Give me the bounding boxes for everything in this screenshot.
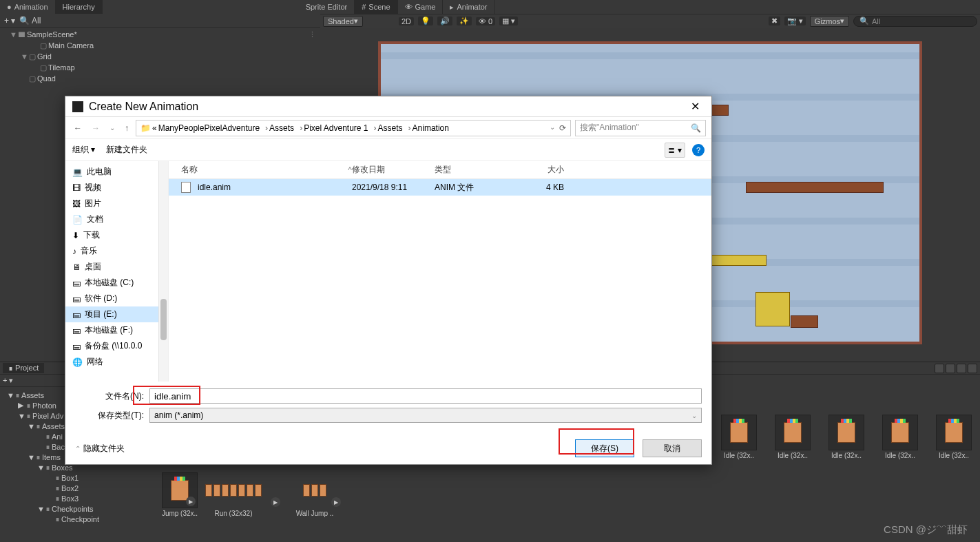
asset-slider-icon[interactable]	[968, 364, 977, 373]
breadcrumb-dropdown-icon[interactable]: ⌄	[550, 123, 555, 133]
file-row[interactable]: idle.anim 2021/9/18 9:11 ANIM 文件 4 KB	[169, 179, 711, 196]
nav-forward-icon[interactable]: →	[89, 122, 103, 134]
asset-item[interactable]: Idle (32x..	[826, 415, 866, 459]
file-list: 名称^ 修改日期 类型 大小 idle.anim 2021/9/18 9:11 …	[169, 161, 711, 382]
tab-sprite-editor[interactable]: Sprite Editor	[299, 0, 355, 14]
new-folder-button[interactable]: 新建文件夹	[106, 144, 147, 156]
asset-item-run[interactable]: ▶ Run (32x32)	[213, 472, 253, 517]
breadcrumb-item[interactable]: Assets	[269, 123, 302, 133]
hierarchy-item[interactable]: ▼▢ Grid	[0, 51, 320, 62]
grid-icon[interactable]: ▦ ▾	[499, 17, 518, 25]
nav-back-icon[interactable]: ←	[71, 122, 85, 134]
breadcrumb-item[interactable]: Pixel Adventure 1	[304, 123, 376, 133]
tab-animation[interactable]: ● Animation	[0, 0, 56, 14]
hierarchy-item[interactable]: ▢ Quad	[0, 73, 320, 84]
hidden-count-icon[interactable]: 👁 0	[476, 17, 495, 25]
tab-game[interactable]: 👁 Game	[398, 0, 444, 14]
sidebar-item[interactable]: 🖴项目 (E:)	[65, 306, 168, 322]
sidebar-item[interactable]: 🖴本地磁盘 (C:)	[65, 275, 168, 291]
asset-item[interactable]: Idle (32x..	[719, 415, 759, 459]
breadcrumb-item[interactable]: Animation	[413, 123, 455, 133]
sidebar-item[interactable]: 💻此电脑	[65, 164, 168, 180]
asset-strip-bottom: ▶ Jump (32x.. ▶ Run (32x32) ▶ Wall Jump …	[160, 472, 980, 517]
fx-icon[interactable]: ✨	[457, 17, 472, 25]
sidebar-item[interactable]: ⬇下载	[65, 227, 168, 243]
close-button[interactable]: ✕	[685, 97, 705, 116]
tab-hierarchy[interactable]: Hierarchy	[56, 0, 103, 14]
scene-search[interactable]: 🔍 All	[853, 16, 977, 27]
dialog-titlebar: Create New Animation ✕	[65, 96, 711, 117]
dialog-search[interactable]: 搜索"Animation" 🔍	[575, 120, 706, 136]
sidebar-item[interactable]: 🎞视频	[65, 180, 168, 196]
refresh-icon[interactable]: ⟳	[559, 123, 566, 133]
savetype-select[interactable]: anim (*.anim)⌄	[149, 408, 702, 423]
tab-scene[interactable]: # Scene	[355, 0, 397, 14]
mode-2d-toggle[interactable]: 2D	[399, 17, 414, 25]
savetype-label: 保存类型(T):	[75, 410, 144, 421]
project-tree-item[interactable]: ▼∎ Checkpoints	[0, 503, 146, 514]
asset-item-walljump[interactable]: ▶ Wall Jump ..	[295, 472, 335, 517]
sidebar-item[interactable]: 🌐网络	[65, 354, 168, 370]
add-button[interactable]: + ▾	[4, 16, 15, 25]
help-icon[interactable]: ?	[692, 144, 705, 156]
hierarchy-row-menu-icon[interactable]: ⋮	[309, 30, 320, 39]
gizmos-dropdown[interactable]: Gizmos ▾	[810, 16, 849, 27]
hierarchy-tree: ▼ ⯀ SampleScene* ⋮ ▢ Main Camera▼▢ Grid▢…	[0, 28, 320, 85]
watermark: CSDN @ジ﹋甜虾	[884, 523, 968, 536]
asset-item[interactable]: Idle (32x..	[934, 415, 974, 459]
hierarchy-item[interactable]: ▢ Tilemap	[0, 62, 320, 73]
unity-icon: ⯀	[18, 30, 25, 39]
cancel-button[interactable]: 取消	[643, 439, 702, 457]
audio-icon[interactable]: 🔊	[437, 17, 452, 25]
asset-item[interactable]: Idle (32x..	[880, 415, 920, 459]
sidebar-item[interactable]: 🖥桌面	[65, 259, 168, 275]
hierarchy-item[interactable]: ▢ Main Camera	[0, 40, 320, 51]
breadcrumb-item[interactable]: ManyPeoplePixelAdventure	[158, 123, 268, 133]
project-tree-item[interactable]: ∎ Checkpoint	[0, 514, 146, 524]
breadcrumb-item[interactable]: Assets	[378, 123, 411, 133]
tools-icon[interactable]: ✖	[769, 17, 780, 25]
camera-icon[interactable]: 📷 ▾	[784, 17, 806, 25]
asset-item[interactable]: Idle (32x..	[773, 415, 813, 459]
asset-visibility-icon[interactable]	[946, 364, 955, 373]
tab-animator[interactable]: ▸ Animator	[443, 0, 494, 14]
breadcrumb[interactable]: 📁 « ManyPeoplePixelAdventureAssetsPixel …	[136, 120, 571, 136]
asset-star-icon[interactable]	[957, 364, 966, 373]
save-dialog: Create New Animation ✕ ← → ⌄ ↑ 📁 « ManyP…	[65, 96, 712, 465]
play-icon: ▶	[331, 497, 341, 507]
hide-folders-toggle[interactable]: ⌃ 隐藏文件夹	[75, 443, 125, 455]
filename-input[interactable]	[149, 388, 702, 404]
asset-filter-icon[interactable]	[935, 364, 944, 373]
sidebar-item[interactable]: 🖴备份盘 (\\10.0.0	[65, 338, 168, 354]
view-mode-button[interactable]: ≣ ▾	[665, 143, 685, 158]
unity-icon	[72, 101, 83, 112]
save-button[interactable]: 保存(S)	[575, 439, 634, 457]
hierarchy-search[interactable]: 🔍 All	[19, 16, 316, 25]
dialog-sidebar: 💻此电脑🎞视频🖼图片📄文档⬇下载♪音乐🖥桌面🖴本地磁盘 (C:)🖴软件 (D:)…	[65, 161, 169, 382]
lighting-icon[interactable]: 💡	[418, 17, 433, 25]
project-tree-item[interactable]: ∎ Box2	[0, 483, 146, 493]
nav-recent-icon[interactable]: ⌄	[107, 123, 118, 133]
assets-toolbar-right	[935, 362, 977, 375]
shading-dropdown[interactable]: Shaded ▾	[323, 16, 363, 27]
sidebar-item[interactable]: ♪音乐	[65, 243, 168, 259]
top-tab-strip: ● Animation Hierarchy Sprite Editor # Sc…	[0, 0, 980, 14]
project-add-button[interactable]: + ▾	[3, 376, 13, 385]
project-tree-item[interactable]: ∎ Box3	[0, 493, 146, 503]
search-icon: 🔍	[691, 123, 701, 133]
sidebar-item[interactable]: 🖼图片	[65, 196, 168, 211]
sidebar-item[interactable]: 🖴软件 (D:)	[65, 291, 168, 306]
tab-project[interactable]: ∎ Project	[3, 363, 44, 373]
sidebar-item[interactable]: 📄文档	[65, 211, 168, 227]
sidebar-item[interactable]: 🖴本地磁盘 (F:)	[65, 322, 168, 338]
organize-menu[interactable]: 组织 ▾	[72, 144, 95, 156]
nav-up-icon[interactable]: ↑	[122, 122, 132, 134]
dialog-title: Create New Animation	[89, 101, 198, 113]
scene-toolbar: Shaded ▾ 2D 💡 🔊 ✨ 👁 0 ▦ ▾ ✖ 📷 ▾ Gizmos ▾…	[320, 14, 980, 28]
play-icon: ▶	[271, 497, 280, 507]
file-list-header[interactable]: 名称^ 修改日期 类型 大小	[169, 161, 711, 179]
hierarchy-scene-row[interactable]: ▼ ⯀ SampleScene* ⋮	[0, 29, 320, 40]
sidebar-scrollbar[interactable]	[158, 161, 168, 382]
project-tree-item[interactable]: ∎ Box1	[0, 472, 146, 483]
asset-strip-top: Idle (32x..Idle (32x..Idle (32x..Idle (3…	[719, 415, 980, 459]
